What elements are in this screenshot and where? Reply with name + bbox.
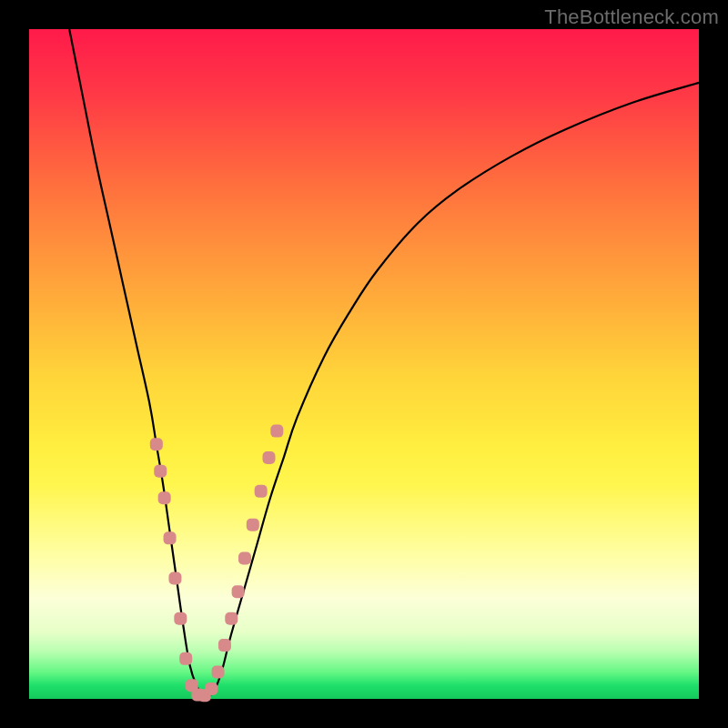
- curve-marker: [270, 425, 283, 438]
- curve-marker: [218, 639, 231, 652]
- curve-marker: [168, 572, 181, 585]
- curve-marker: [232, 585, 245, 598]
- curve-marker: [262, 451, 275, 464]
- curve-marker: [164, 531, 177, 544]
- curve-marker: [205, 682, 217, 695]
- curve-marker: [255, 485, 268, 498]
- chart-frame: TheBottleneck.com: [0, 0, 728, 728]
- plot-area: [29, 29, 699, 699]
- curve-marker: [179, 652, 192, 665]
- curve-marker: [158, 491, 171, 504]
- bottleneck-curve: [29, 29, 699, 699]
- curve-marker: [174, 612, 187, 625]
- curve-marker: [212, 666, 225, 679]
- watermark-text: TheBottleneck.com: [544, 5, 719, 29]
- curve-marker: [150, 438, 163, 450]
- curve-marker: [154, 465, 167, 478]
- curve-marker: [225, 612, 238, 625]
- curve-marker: [247, 519, 259, 531]
- curve-marker: [238, 551, 251, 564]
